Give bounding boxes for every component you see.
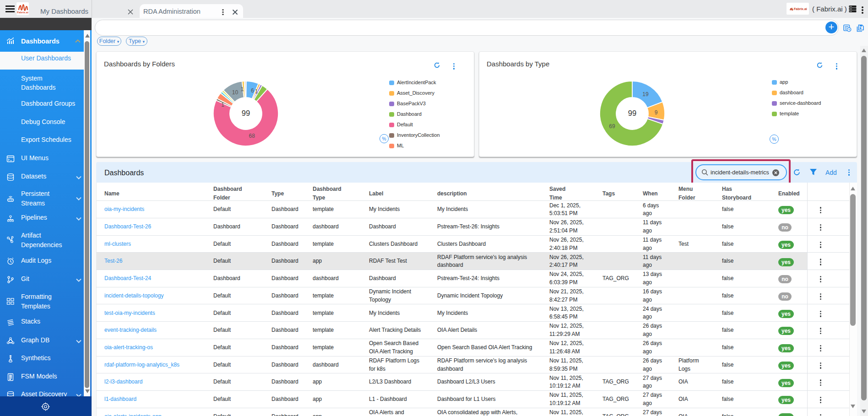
svg-text:19: 19 <box>642 91 649 97</box>
svg-text:1: 1 <box>241 86 244 92</box>
svg-text:69: 69 <box>609 123 615 130</box>
svg-text:1: 1 <box>221 102 224 108</box>
svg-text:9: 9 <box>655 109 658 116</box>
svg-text:99: 99 <box>242 109 250 117</box>
svg-text:99: 99 <box>628 109 636 117</box>
svg-text:10: 10 <box>232 89 239 96</box>
svg-text:6: 6 <box>251 87 254 94</box>
svg-text:68: 68 <box>249 133 255 139</box>
svg-text:1: 1 <box>255 88 258 95</box>
